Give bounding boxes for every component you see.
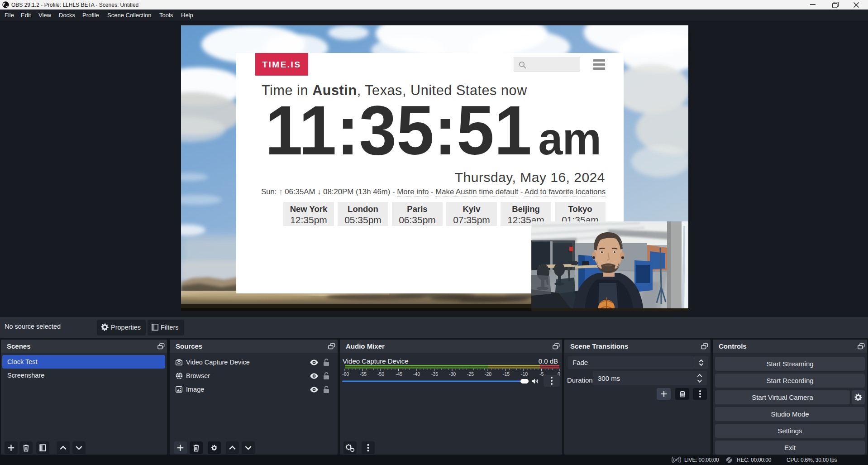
svg-text:-40: -40 [413,371,420,377]
svg-text:-5: -5 [539,371,544,377]
svg-text:-10: -10 [521,371,528,377]
svg-text:-25: -25 [467,371,474,377]
svg-text:-30: -30 [449,371,456,377]
svg-text:-20: -20 [485,371,491,377]
svg-text:-15: -15 [503,371,510,377]
svg-text:-50: -50 [377,371,384,377]
svg-text:-45: -45 [396,371,402,377]
svg-text:-35: -35 [431,371,438,377]
svg-text:-60: -60 [342,371,349,377]
svg-text:-55: -55 [360,371,367,377]
